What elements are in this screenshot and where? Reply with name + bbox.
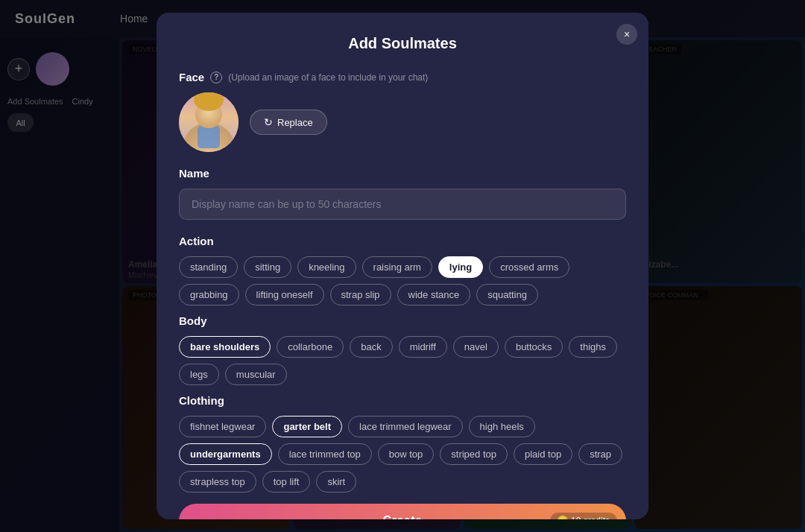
body-tag-buttocks[interactable]: buttocks [505,336,563,358]
action-tag-crossed-arms[interactable]: crossed arms [489,256,569,278]
credits-badge: ⬡ 10 credits [550,513,617,519]
body-tags-row: bare shoulderscollarbonebackmidriffnavel… [179,336,626,385]
action-tag-kneeling[interactable]: kneeling [297,256,356,278]
clothing-tags-row: fishnet legweargarter beltlace trimmed l… [179,416,626,493]
clothing-tag-high-heels[interactable]: high heels [469,416,535,437]
face-section-label: Face ? (Upload an image of a face to inc… [179,71,626,83]
clothing-tag-top-lift[interactable]: top lift [262,471,311,493]
face-help-icon[interactable]: ? [210,72,222,83]
clothing-tag-striped-top[interactable]: striped top [440,443,508,465]
body-tag-navel[interactable]: navel [453,336,499,358]
clothing-tag-bow-top[interactable]: bow top [378,443,435,465]
body-tag-legs[interactable]: legs [179,364,219,385]
clothing-tag-strap[interactable]: strap [578,443,622,465]
clothing-tag-undergarments[interactable]: undergarments [179,443,272,465]
create-btn-wrap: Create ⬡ 10 credits [179,504,626,519]
body-tag-thighs[interactable]: thighs [569,336,617,358]
modal-overlay: × Add Soulmates Face ? (Upload an image … [0,0,805,532]
action-tag-standing[interactable]: standing [179,256,238,278]
action-section-label: Action [179,235,626,247]
face-avatar-inner [179,92,239,152]
body-tag-bare-shoulders[interactable]: bare shoulders [179,336,271,358]
action-tag-lying[interactable]: lying [438,256,483,278]
body-tag-back[interactable]: back [350,336,392,358]
body-section-label: Body [179,314,626,327]
clothing-tag-plaid-top[interactable]: plaid top [514,443,572,465]
action-tag-strap-slip[interactable]: strap slip [330,284,391,305]
credits-text: 10 credits [571,516,610,519]
face-avatar [179,92,239,152]
modal-title: Add Soulmates [179,35,626,52]
modal-close-button[interactable]: × [616,24,637,45]
replace-button[interactable]: ↻ Replace [250,110,327,135]
credits-icon: ⬡ [558,516,568,519]
clothing-tag-strapless-top[interactable]: strapless top [179,471,256,493]
action-tag-wide-stance[interactable]: wide stance [397,284,471,305]
action-tag-lifting-oneself[interactable]: lifting oneself [245,284,324,305]
name-input[interactable] [179,189,626,220]
face-row: ↻ Replace [179,92,626,152]
clothing-section-label: Clothing [179,394,626,407]
clothing-tag-lace-trimmed-top[interactable]: lace trimmed top [278,443,372,465]
body-tag-midriff[interactable]: midriff [399,336,447,358]
body-tag-collarbone[interactable]: collarbone [277,336,344,358]
replace-icon: ↻ [264,116,273,128]
action-tag-squatting[interactable]: squatting [476,284,538,305]
action-tag-grabbing[interactable]: grabbing [179,284,239,305]
body-tag-muscular[interactable]: muscular [225,364,287,385]
add-soulmates-modal: × Add Soulmates Face ? (Upload an image … [157,13,648,519]
clothing-tag-fishnet-legwear[interactable]: fishnet legwear [179,416,266,437]
action-tag-raising-arm[interactable]: raising arm [362,256,432,278]
clothing-tag-lace-trimmed-legwear[interactable]: lace trimmed legwear [348,416,463,437]
face-avatar-svg [179,92,239,152]
face-hint: (Upload an image of a face to include in… [228,72,428,83]
svg-rect-1 [198,126,220,148]
action-tag-sitting[interactable]: sitting [244,256,291,278]
name-section-label: Name [179,167,626,180]
clothing-tag-skirt[interactable]: skirt [316,471,356,493]
clothing-tag-garter-belt[interactable]: garter belt [272,416,342,437]
action-tags-row: standingsittingkneelingraising armlyingc… [179,256,626,305]
